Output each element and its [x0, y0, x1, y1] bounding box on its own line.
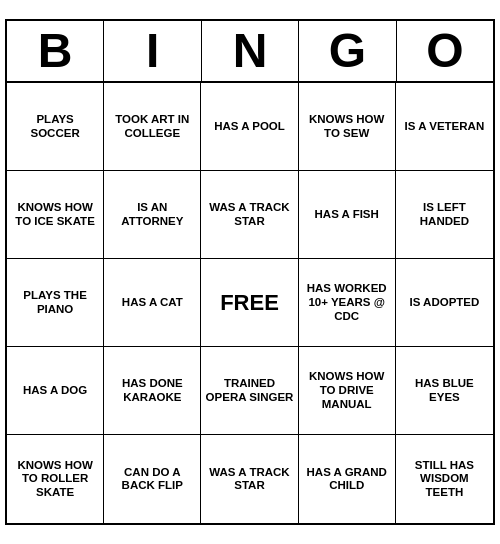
bingo-cell[interactable]: PLAYS SOCCER: [7, 83, 104, 171]
bingo-cell[interactable]: HAS WORKED 10+ YEARS @ CDC: [299, 259, 396, 347]
bingo-cell[interactable]: WAS A TRACK STAR: [201, 435, 298, 523]
bingo-cell[interactable]: CAN DO A BACK FLIP: [104, 435, 201, 523]
bingo-cell[interactable]: IS ADOPTED: [396, 259, 493, 347]
bingo-cell[interactable]: HAS BLUE EYES: [396, 347, 493, 435]
header-letter: I: [104, 21, 201, 82]
bingo-cell[interactable]: KNOWS HOW TO ICE SKATE: [7, 171, 104, 259]
bingo-cell[interactable]: STILL HAS WISDOM TEETH: [396, 435, 493, 523]
bingo-cell[interactable]: HAS A CAT: [104, 259, 201, 347]
bingo-cell[interactable]: KNOWS HOW TO ROLLER SKATE: [7, 435, 104, 523]
bingo-cell[interactable]: HAS A POOL: [201, 83, 298, 171]
bingo-cell[interactable]: IS A VETERAN: [396, 83, 493, 171]
bingo-cell[interactable]: HAS A GRAND CHILD: [299, 435, 396, 523]
header-letter: G: [299, 21, 396, 82]
bingo-cell[interactable]: TRAINED OPERA SINGER: [201, 347, 298, 435]
bingo-cell[interactable]: HAS A FISH: [299, 171, 396, 259]
bingo-cell[interactable]: WAS A TRACK STAR: [201, 171, 298, 259]
bingo-grid: PLAYS SOCCERTOOK ART IN COLLEGEHAS A POO…: [7, 83, 493, 523]
header-letter: O: [397, 21, 493, 82]
bingo-card: BINGO PLAYS SOCCERTOOK ART IN COLLEGEHAS…: [5, 19, 495, 526]
bingo-cell[interactable]: HAS DONE KARAOKE: [104, 347, 201, 435]
bingo-cell[interactable]: KNOWS HOW TO SEW: [299, 83, 396, 171]
bingo-cell[interactable]: PLAYS THE PIANO: [7, 259, 104, 347]
bingo-cell[interactable]: FREE: [201, 259, 298, 347]
bingo-cell[interactable]: IS LEFT HANDED: [396, 171, 493, 259]
bingo-cell[interactable]: KNOWS HOW TO DRIVE MANUAL: [299, 347, 396, 435]
bingo-header: BINGO: [7, 21, 493, 84]
bingo-cell[interactable]: HAS A DOG: [7, 347, 104, 435]
bingo-cell[interactable]: IS AN ATTORNEY: [104, 171, 201, 259]
header-letter: B: [7, 21, 104, 82]
bingo-cell[interactable]: TOOK ART IN COLLEGE: [104, 83, 201, 171]
header-letter: N: [202, 21, 299, 82]
